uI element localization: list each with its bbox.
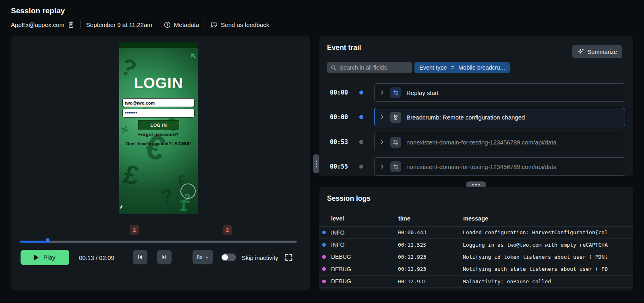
chevron-right-icon[interactable] xyxy=(379,114,385,120)
column-header-time[interactable]: time xyxy=(395,210,460,226)
log-time: 00:12.931 xyxy=(395,276,460,287)
play-button[interactable]: Play xyxy=(21,250,69,265)
log-row[interactable]: DEBUG 00:12.923 Notifying auth state lis… xyxy=(319,263,633,275)
playback-speed-select[interactable]: 8x xyxy=(193,250,213,264)
log-level-dot xyxy=(322,231,326,234)
skip-forward-icon xyxy=(161,254,168,260)
swap-arrows-icon xyxy=(390,137,401,148)
log-table-header: level time message xyxy=(319,210,633,227)
column-header-level[interactable]: level xyxy=(319,210,395,226)
timeline-progress xyxy=(20,241,50,243)
chevron-down-icon xyxy=(205,255,209,260)
timeline-event-badge[interactable]: 2 xyxy=(223,225,232,235)
timeline-scrubber[interactable] xyxy=(20,241,297,243)
event-label: Breadcrumb: Remote configuration changed xyxy=(406,114,525,121)
event-label: nonexistent-domain-for-testing-123456789… xyxy=(406,139,557,146)
clipboard-copy-icon[interactable] xyxy=(68,21,75,28)
log-level: DEBUG xyxy=(319,251,395,263)
location-pin-icon xyxy=(390,112,401,123)
log-row[interactable]: INFO 00:12.525 Logging in as two@two.com… xyxy=(319,239,633,251)
replay-player-panel: ? € £ ¢ ? € £ 2 ? 1 ÷ LOGIN two@two.com … xyxy=(11,36,310,291)
log-row[interactable]: DEBUG 00:12.931 MainActivity: onPause ca… xyxy=(319,276,633,288)
skip-forward-button[interactable] xyxy=(157,250,172,264)
event-dot xyxy=(359,140,363,144)
bg-symbol: 1 xyxy=(178,196,188,214)
log-row[interactable]: INFO 00:00.443 Loaded configuration: Har… xyxy=(319,227,633,239)
page-title: Session replay xyxy=(11,6,65,15)
panel-resize-handle-vertical[interactable] xyxy=(313,154,319,173)
event-label: nonexistent-domain-for-testing-123456789… xyxy=(406,163,557,170)
metadata-button[interactable]: Metadata xyxy=(164,21,199,28)
search-input[interactable] xyxy=(340,64,408,71)
event-label: Replay start xyxy=(406,89,439,96)
log-time: 00:12.923 xyxy=(395,251,460,263)
info-icon xyxy=(164,21,171,28)
timeline-event-badge[interactable]: 2 xyxy=(130,225,139,235)
chevron-right-icon[interactable] xyxy=(379,164,385,169)
event-time: 00:55 xyxy=(330,163,348,170)
log-message: Notifying auth state listeners about use… xyxy=(460,263,633,275)
feedback-bubble-icon xyxy=(211,21,217,28)
phone-email-field[interactable]: two@two.com xyxy=(122,98,195,107)
chevron-right-icon[interactable] xyxy=(379,139,385,145)
column-header-message[interactable]: message xyxy=(460,210,633,226)
phone-signup-link[interactable]: Don't have a account? | SIGNUP xyxy=(119,141,198,146)
filter-op: = xyxy=(451,64,454,71)
event-time: 00:00 xyxy=(330,89,348,96)
log-level-dot xyxy=(322,280,326,283)
log-message: Notifying id token listeners about user … xyxy=(460,251,633,263)
log-level: INFO xyxy=(319,239,395,250)
replay-cursor xyxy=(120,205,123,210)
swap-arrows-icon xyxy=(390,161,401,172)
event-dot xyxy=(359,115,363,119)
event-trail-panel: Event trail Summarize Event type = Mobil… xyxy=(319,36,633,176)
search-icon xyxy=(331,65,337,71)
log-time: 00:12.525 xyxy=(395,239,460,250)
event-row: 00:00 Breadcrumb: Remote configuration c… xyxy=(319,108,633,126)
phone-login-button[interactable]: LOG IN xyxy=(138,120,179,130)
log-level-dot xyxy=(322,267,326,271)
phone-status-bar xyxy=(119,42,198,48)
replay-id[interactable]: AppEx@appex.com xyxy=(11,21,75,28)
bg-symbol: £ xyxy=(121,158,142,191)
event-card-replay-start[interactable]: Replay start xyxy=(374,83,625,102)
summarize-button[interactable]: Summarize xyxy=(572,45,622,58)
replay-id-label: AppEx@appex.com xyxy=(11,21,64,28)
feedback-label: Send us feedback xyxy=(221,21,269,28)
event-row: 00:55 nonexistent-domain-for-testing-123… xyxy=(319,157,633,176)
session-logs-title: Session logs xyxy=(327,194,371,203)
event-card-network-request[interactable]: nonexistent-domain-for-testing-123456789… xyxy=(374,157,625,176)
event-card-network-request[interactable]: nonexistent-domain-for-testing-123456789… xyxy=(374,133,625,151)
feedback-button[interactable]: Send us feedback xyxy=(211,21,269,28)
replay-video[interactable]: ? € £ ¢ ? € £ 2 ? 1 ÷ LOGIN two@two.com … xyxy=(119,42,198,214)
phone-password-field[interactable]: ****** xyxy=(122,109,195,117)
toggle-knob xyxy=(222,254,228,260)
log-time: 00:12.923 xyxy=(395,263,460,275)
log-level: DEBUG xyxy=(319,276,395,287)
swap-arrows-icon xyxy=(390,87,401,98)
fullscreen-button[interactable] xyxy=(285,254,293,262)
speed-value: 8x xyxy=(197,254,203,260)
skip-inactivity-toggle[interactable] xyxy=(221,254,236,261)
skip-back-icon xyxy=(137,254,143,260)
play-icon xyxy=(34,255,39,260)
tap-indicator xyxy=(180,183,196,199)
session-replay-page: Session replay AppEx@appex.com September… xyxy=(0,0,644,303)
event-row: 00:53 nonexistent-domain-for-testing-123… xyxy=(319,133,633,151)
log-level-dot xyxy=(322,243,326,247)
timeline-handle[interactable] xyxy=(46,238,50,242)
log-message: MainActivity: onPause called xyxy=(460,276,633,287)
session-logs-table: level time message INFO 00:00.443 Loaded… xyxy=(319,210,633,288)
breadcrumb: AppEx@appex.com September 9 at 11:22am M… xyxy=(11,19,269,30)
log-row[interactable]: DEBUG 00:12.923 Notifying id token liste… xyxy=(319,251,633,263)
summarize-label: Summarize xyxy=(588,49,617,55)
cursor-arrow-icon xyxy=(190,52,197,60)
event-card-breadcrumb[interactable]: Breadcrumb: Remote configuration changed xyxy=(374,108,625,126)
log-level-dot xyxy=(322,255,326,259)
log-message: Loaded configuration: HarvestConfigurati… xyxy=(460,227,633,238)
filter-key: Event type xyxy=(419,64,447,71)
skip-back-button[interactable] xyxy=(133,250,147,264)
phone-forgot-password-link[interactable]: Forgot password? xyxy=(119,132,198,137)
chevron-right-icon[interactable] xyxy=(379,90,385,95)
event-type-filter-chip[interactable]: Event type = Mobile breadcru... xyxy=(414,62,510,73)
